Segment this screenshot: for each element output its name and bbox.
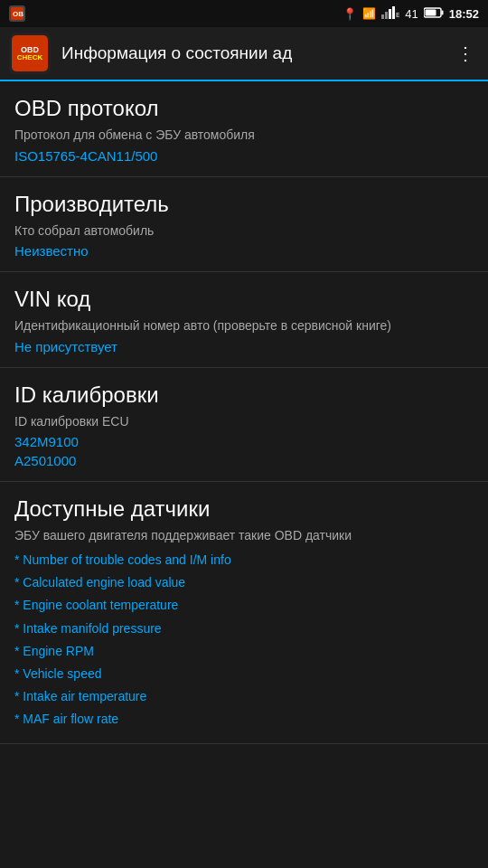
- sensor-item: * Calculated engine load value: [14, 571, 474, 594]
- sensor-item: * Engine RPM: [14, 640, 474, 663]
- top-bar: OBD CHECK Информация о состоянии ад ⋮: [0, 27, 488, 81]
- vin-value: Не присутствует: [14, 339, 474, 354]
- content: OBD протокол Протокол для обмена с ЭБУ а…: [0, 81, 488, 744]
- vin-desc: Идентификационный номер авто (проверьте …: [14, 317, 474, 335]
- network-signal: E: [381, 6, 399, 21]
- svg-rect-4: [389, 9, 391, 19]
- vin-title: VIN код: [14, 287, 474, 312]
- sensor-item: * Intake manifold pressure: [14, 618, 474, 640]
- calibration-title: ID калибровки: [14, 382, 474, 408]
- sensor-list: * Number of trouble codes and I/M info* …: [14, 549, 474, 731]
- manufacturer-section: Производитель Кто собрал автомобиль Неиз…: [0, 177, 488, 273]
- obd-protocol-section: OBD протокол Протокол для обмена с ЭБУ а…: [0, 81, 488, 177]
- page-title: Информация о состоянии ад: [61, 43, 441, 63]
- sensor-item: * MAF air flow rate: [14, 708, 474, 731]
- calibration-desc: ID калибровки ECU: [14, 413, 474, 431]
- status-bar: OBD 📍 📶 E 41 18:52: [0, 0, 488, 27]
- bluetooth-icon: 📶: [362, 7, 376, 20]
- calibration-section: ID калибровки ID калибровки ECU 342M9100…: [0, 368, 488, 483]
- obd-protocol-value: ISO15765-4CAN11/500: [14, 148, 474, 164]
- sensors-section: Доступные датчики ЭБУ вашего двигателя п…: [0, 482, 488, 744]
- logo-bottom-text: CHECK: [17, 54, 42, 61]
- battery-level: 41: [405, 7, 418, 21]
- calibration-value2: A2501000: [14, 453, 474, 468]
- svg-rect-5: [392, 6, 395, 19]
- obd-protocol-desc: Протокол для обмена с ЭБУ автомобиля: [14, 127, 474, 145]
- manufacturer-title: Производитель: [14, 192, 474, 217]
- sensors-title: Доступные датчики: [14, 496, 474, 522]
- sensors-desc: ЭБУ вашего двигателя поддерживает такие …: [14, 527, 474, 545]
- status-bar-left: OBD: [9, 5, 25, 22]
- vin-section: VIN код Идентификационный номер авто (пр…: [0, 272, 488, 368]
- manufacturer-value: Неизвестно: [14, 243, 474, 259]
- time: 18:52: [449, 7, 479, 21]
- manufacturer-desc: Кто собрал автомобиль: [14, 222, 474, 241]
- svg-text:E: E: [396, 11, 399, 19]
- sensor-item: * Engine coolant temperature: [14, 594, 474, 617]
- svg-rect-3: [385, 12, 388, 19]
- app-logo-inner: OBD CHECK: [12, 35, 48, 71]
- app-notification-icon: OBD: [9, 5, 25, 22]
- battery-icon: [424, 7, 444, 21]
- sensor-item: * Intake air temperature: [14, 685, 474, 708]
- status-bar-right: 📍 📶 E 41 18:52: [343, 6, 479, 21]
- sensor-item: * Number of trouble codes and I/M info: [14, 549, 474, 571]
- app-logo: OBD CHECK: [9, 33, 51, 74]
- svg-rect-9: [425, 9, 436, 15]
- location-icon: 📍: [343, 7, 357, 21]
- calibration-value1: 342M9100: [14, 434, 474, 449]
- menu-button[interactable]: ⋮: [452, 38, 479, 69]
- obd-protocol-title: OBD протокол: [14, 96, 474, 121]
- sensor-item: * Vehicle speed: [14, 663, 474, 685]
- svg-rect-2: [381, 14, 384, 19]
- svg-rect-8: [441, 10, 443, 14]
- svg-text:OBD: OBD: [13, 10, 23, 18]
